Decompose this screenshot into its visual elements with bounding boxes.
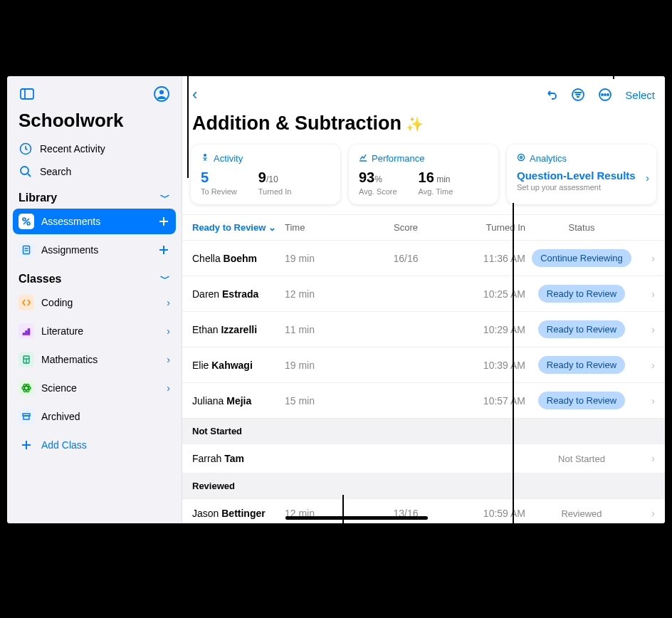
table-row[interactable]: Ethan Izzarelli11 min10:29 AMReady to Re…: [182, 312, 665, 347]
sidebar-class-science[interactable]: Science ›: [13, 375, 176, 401]
cell-time: 11 min: [285, 324, 363, 335]
undo-button[interactable]: [544, 88, 558, 102]
section-not-started: Not Started: [182, 419, 665, 444]
status-pill[interactable]: Ready to Review: [538, 320, 625, 338]
page-title: Addition & Subtraction ✨: [182, 104, 665, 145]
cell-time: 12 min: [285, 288, 363, 300]
analytics-card[interactable]: Analytics Question-Level Results Set up …: [507, 145, 656, 204]
status-pill[interactable]: Continue Reviewing: [532, 249, 631, 267]
plus-icon[interactable]: [157, 215, 170, 228]
table-row[interactable]: Daren Estrada12 min10:25 AMReady to Revi…: [182, 276, 665, 312]
status-pill[interactable]: Ready to Review: [538, 285, 625, 303]
callout-line: [613, 0, 614, 79]
sidebar-item-label: Assessments: [41, 216, 100, 227]
table-row[interactable]: Farrah TamNot Started›: [182, 444, 665, 473]
document-icon: [19, 242, 34, 258]
svg-point-7: [23, 218, 26, 221]
callout-line: [513, 203, 514, 618]
svg-rect-18: [26, 331, 27, 335]
account-icon[interactable]: [153, 85, 170, 103]
sidebar-class-archived[interactable]: Archived: [13, 404, 176, 429]
sidebar-section-library[interactable]: Library ﹀: [7, 183, 182, 207]
plus-icon[interactable]: [157, 243, 170, 256]
cell-score: 16/16: [363, 253, 448, 264]
sidebar-item-label: Archived: [41, 411, 80, 422]
svg-rect-17: [23, 333, 25, 335]
sidebar-search[interactable]: Search: [7, 160, 182, 183]
book-icon: [19, 323, 34, 339]
cell-time: 19 min: [285, 360, 363, 371]
chevron-right-icon: ›: [638, 253, 655, 264]
sidebar-item-label: Mathematics: [41, 354, 98, 365]
sidebar: Schoolwork Recent Activity Search Librar…: [7, 76, 182, 523]
sidebar-item-assignments[interactable]: Assignments: [13, 237, 176, 263]
callout-line: [342, 495, 344, 618]
cell-status: Reviewed: [525, 508, 638, 519]
sort-ready-to-review[interactable]: Ready to Review ⌄: [192, 222, 285, 233]
performance-card[interactable]: Performance 93% Avg. Score 16 min Avg. T…: [349, 145, 498, 204]
filter-button[interactable]: [571, 88, 585, 102]
sidebar-recent-activity[interactable]: Recent Activity: [7, 137, 182, 160]
chevron-right-icon: ›: [167, 297, 170, 308]
chevron-down-icon: ⌄: [268, 222, 276, 233]
svg-point-5: [21, 167, 28, 174]
avg-time: 16 min: [419, 169, 453, 186]
status-pill[interactable]: Ready to Review: [538, 356, 625, 374]
chevron-down-icon: ﹀: [160, 192, 170, 204]
svg-line-9: [23, 219, 29, 224]
chevron-right-icon: ›: [638, 453, 655, 464]
student-name: Elie Kahwagi: [192, 360, 285, 371]
home-indicator: [285, 516, 428, 520]
student-name: Juliana Mejia: [192, 395, 285, 407]
status-pill[interactable]: Ready to Review: [538, 392, 625, 409]
cell-status: Ready to Review: [525, 285, 638, 303]
table-row[interactable]: Juliana Mejia15 min10:57 AMReady to Revi…: [182, 383, 665, 419]
column-status[interactable]: Status: [525, 222, 638, 233]
chevron-right-icon: ›: [638, 360, 655, 371]
more-button[interactable]: [598, 88, 612, 102]
target-icon: [517, 153, 525, 164]
chevron-right-icon: ›: [167, 325, 170, 337]
sidebar-toggle-icon[interactable]: [19, 85, 36, 103]
back-button[interactable]: ‹: [192, 85, 197, 104]
sidebar-item-label: Literature: [41, 325, 83, 337]
table-row[interactable]: Elie Kahwagi19 min10:39 AMReady to Revie…: [182, 347, 665, 383]
chart-icon: [359, 153, 367, 164]
svg-point-38: [204, 154, 206, 157]
turned-in-count: 9/10: [258, 169, 292, 186]
sidebar-item-assessments[interactable]: Assessments: [13, 209, 176, 234]
svg-rect-0: [21, 89, 33, 99]
cell-status: Ready to Review: [525, 320, 638, 338]
sidebar-class-literature[interactable]: Literature ›: [13, 318, 176, 344]
table-row[interactable]: Chella Boehm19 min16/1611:36 AMContinue …: [182, 241, 665, 276]
sidebar-class-coding[interactable]: Coding ›: [13, 290, 176, 315]
chevron-right-icon: ›: [638, 288, 655, 300]
svg-point-36: [604, 94, 606, 95]
sidebar-item-label: Add Class: [41, 439, 87, 451]
plus-icon: [19, 437, 34, 453]
student-list: Chella Boehm19 min16/1611:36 AMContinue …: [182, 241, 665, 523]
chevron-right-icon: ›: [638, 324, 655, 335]
svg-rect-27: [23, 416, 29, 419]
sidebar-section-classes[interactable]: Classes ﹀: [7, 264, 182, 288]
sidebar-add-class[interactable]: Add Class: [13, 432, 176, 458]
select-button[interactable]: Select: [625, 89, 655, 101]
code-icon: [19, 295, 34, 310]
sparkle-icon: ✨: [406, 115, 424, 132]
svg-rect-12: [23, 246, 30, 254]
column-time[interactable]: Time: [285, 222, 363, 233]
chevron-right-icon: ›: [167, 382, 170, 394]
activity-card[interactable]: Activity 5 To Review 9/10 Turned In: [191, 145, 340, 204]
chevron-right-icon: ›: [167, 354, 170, 365]
calculator-icon: [19, 352, 34, 367]
chevron-right-icon: ›: [638, 395, 655, 407]
sidebar-item-label: Search: [40, 166, 71, 177]
column-score[interactable]: Score: [363, 222, 448, 233]
sidebar-class-mathematics[interactable]: Mathematics ›: [13, 347, 176, 372]
section-reviewed: Reviewed: [182, 473, 665, 499]
cell-status: Ready to Review: [525, 356, 638, 374]
chevron-right-icon: ›: [646, 172, 649, 184]
cell-time: 15 min: [285, 395, 363, 407]
svg-line-6: [28, 174, 31, 177]
cell-time: 19 min: [285, 253, 363, 264]
